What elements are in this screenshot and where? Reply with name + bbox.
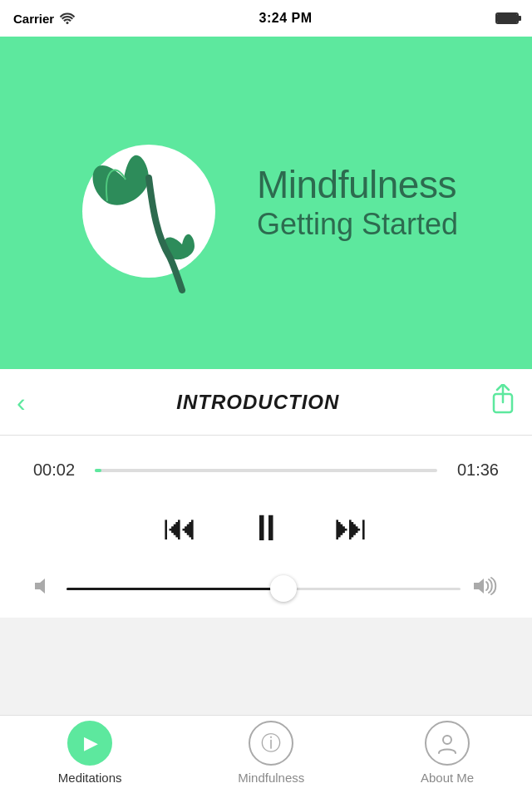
app-title: Mindfulness Getting Started — [257, 164, 458, 242]
app-subtitle: Getting Started — [257, 206, 458, 242]
volume-thumb[interactable] — [270, 575, 297, 602]
fastforward-button[interactable]: ⏭ — [334, 510, 369, 545]
volume-fill — [66, 588, 283, 590]
meditations-icon: ▶ — [67, 721, 112, 766]
nav-bar: ‹ Introduction — [0, 369, 532, 436]
wifi-icon — [59, 11, 76, 27]
total-time: 01:36 — [449, 461, 499, 480]
svg-point-3 — [443, 736, 451, 744]
share-button[interactable] — [490, 384, 515, 420]
tab-about[interactable]: About Me — [421, 721, 474, 785]
back-button[interactable]: ‹ — [17, 389, 26, 416]
mindfulness-label: Mindfulness — [238, 771, 304, 785]
status-bar: Carrier 3:24 PM — [0, 0, 532, 37]
carrier-label: Carrier — [13, 12, 54, 26]
about-label: About Me — [421, 771, 474, 785]
plant-icon — [74, 111, 240, 294]
status-time: 3:24 PM — [259, 11, 313, 26]
svg-marker-2 — [474, 579, 484, 594]
progress-row: 00:02 01:36 — [33, 461, 499, 480]
tab-meditations[interactable]: ▶ Meditations — [58, 721, 122, 785]
volume-low-icon — [33, 577, 55, 600]
album-content: Mindfulness Getting Started — [74, 111, 458, 294]
status-carrier-wifi: Carrier — [13, 11, 76, 27]
tab-bar: ▶ Meditations ⓘ Mindfulness About Me — [0, 715, 532, 798]
volume-high-icon — [472, 576, 499, 601]
tab-mindfulness[interactable]: ⓘ Mindfulness — [238, 721, 304, 785]
nav-title: Introduction — [176, 391, 339, 414]
volume-track[interactable] — [66, 588, 461, 590]
battery-icon — [495, 12, 519, 24]
current-time: 00:02 — [33, 461, 83, 480]
battery-container — [495, 12, 519, 24]
player-area: 00:02 01:36 ⏮ ⏸ ⏭ — [0, 436, 532, 618]
progress-track[interactable] — [95, 469, 437, 472]
mindfulness-icon: ⓘ — [249, 721, 293, 766]
logo-container — [74, 111, 240, 294]
album-art: Mindfulness Getting Started — [0, 37, 532, 369]
pause-button[interactable]: ⏸ — [248, 510, 284, 546]
about-icon — [425, 721, 470, 766]
rewind-button[interactable]: ⏮ — [163, 510, 198, 545]
app-name: Mindfulness — [257, 164, 458, 206]
progress-fill — [95, 469, 101, 472]
meditations-label: Meditations — [58, 771, 122, 785]
playback-controls: ⏮ ⏸ ⏭ — [33, 510, 499, 546]
volume-row — [33, 576, 499, 601]
svg-marker-1 — [35, 579, 45, 594]
